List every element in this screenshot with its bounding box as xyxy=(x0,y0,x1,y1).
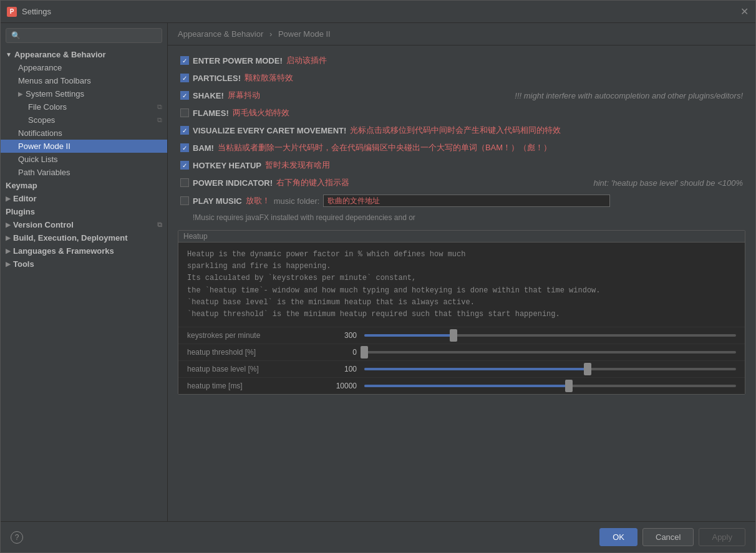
option-row-hotkey-heatup: HOTKEY HEATUP 暂时未发现有啥用 xyxy=(178,156,745,174)
slider-label-keystrokes: keystrokes per minute xyxy=(187,331,312,340)
checkbox-play-music[interactable] xyxy=(180,196,189,205)
slider-thumb-heatup-threshold[interactable] xyxy=(361,346,368,358)
heatup-line-5: `heatup threshold` is the minimum heatup… xyxy=(187,309,736,320)
close-button[interactable]: ✕ xyxy=(739,7,749,17)
checkbox-shake[interactable] xyxy=(180,91,189,100)
heatup-title: Heatup xyxy=(178,231,745,243)
option-row-power-indicator: POWER INDICATOR! 右下角的键入指示器 hint: 'heatup… xyxy=(178,174,745,191)
copy-icon: ⧉ xyxy=(157,103,162,111)
slider-thumb-heatup-base[interactable] xyxy=(584,363,591,375)
checkbox-power-indicator[interactable] xyxy=(180,178,189,187)
option-hint-shake: !!! might interfere with autocompletion … xyxy=(515,91,743,100)
option-row-enter-power-mode: ENTER POWER MODE! 启动该插件 xyxy=(178,52,745,69)
slider-fill-heatup-base xyxy=(364,368,588,370)
sidebar-item-label: Editor xyxy=(13,194,37,203)
slider-row-heatup-threshold: heatup threshold [%] 0 xyxy=(178,344,745,360)
sidebar-item-notifications[interactable]: Notifications xyxy=(1,127,167,140)
copy-icon2: ⧉ xyxy=(157,116,162,124)
heatup-line-1: sparkling and fire is happening. xyxy=(187,261,736,272)
slider-row-keystrokes: keystrokes per minute 300 xyxy=(178,327,745,344)
slider-label-heatup-base: heatup base level [%] xyxy=(187,365,312,373)
sidebar-item-label: Scopes xyxy=(28,115,55,125)
slider-fill-heatup-time xyxy=(364,385,569,387)
sidebar-item-label: Tools xyxy=(13,259,34,269)
slider-fill-keystrokes xyxy=(364,334,453,337)
breadcrumb: Appearance & Behavior › Power Mode II xyxy=(168,23,755,46)
music-folder-input[interactable] xyxy=(323,195,610,207)
sidebar-item-system-settings[interactable]: ▶ System Settings xyxy=(1,87,167,100)
option-row-flames: FLAMES! 两毛钱火焰特效 xyxy=(178,104,745,122)
option-desc-shake: 屏幕抖动 xyxy=(228,90,260,101)
option-desc-power-indicator: 右下角的键入指示器 xyxy=(276,177,349,188)
sidebar-item-label: Menus and Toolbars xyxy=(18,76,91,85)
option-desc-particles: 颗粒散落特效 xyxy=(245,72,293,84)
option-hint-power-indicator: hint: 'heatup base level' should be <100… xyxy=(593,178,743,188)
option-label-power-indicator: POWER INDICATOR! xyxy=(193,178,273,188)
expand-icon: ▼ xyxy=(6,51,12,58)
checkbox-hotkey-heatup[interactable] xyxy=(180,161,189,170)
slider-track-heatup-threshold[interactable] xyxy=(364,351,736,353)
slider-track-heatup-base[interactable] xyxy=(364,368,736,370)
cancel-button[interactable]: Cancel xyxy=(642,528,694,546)
sidebar-item-menus-toolbars[interactable]: Menus and Toolbars xyxy=(1,74,167,87)
checkbox-particles[interactable] xyxy=(180,74,189,82)
sidebar-item-tools[interactable]: ▶ Tools xyxy=(1,257,167,271)
help-button[interactable]: ? xyxy=(11,531,23,544)
slider-track-keystrokes[interactable] xyxy=(364,334,736,337)
checkbox-enter-power-mode[interactable] xyxy=(180,56,189,65)
option-desc-flames: 两毛钱火焰特效 xyxy=(233,107,289,118)
checkbox-flames[interactable] xyxy=(180,108,189,117)
expand-icon: ▶ xyxy=(6,234,11,241)
sidebar-item-version-control[interactable]: ▶ Version Control ⧉ xyxy=(1,218,167,231)
apply-button[interactable]: Apply xyxy=(699,528,745,546)
sidebar-item-label: Keymap xyxy=(6,181,37,190)
copy-icon3: ⧉ xyxy=(157,221,162,229)
footer: ? OK Cancel Apply xyxy=(1,521,755,552)
slider-thumb-keystrokes[interactable] xyxy=(450,329,457,342)
sidebar-item-label: Appearance xyxy=(18,63,62,72)
sidebar-item-label: File Colors xyxy=(28,102,67,112)
sidebar-item-power-mode-ii[interactable]: Power Mode II xyxy=(1,140,167,153)
help-icon: ? xyxy=(15,533,19,542)
option-label-flames: FLAMES! xyxy=(193,108,229,118)
sidebar-item-build-execution-deployment[interactable]: ▶ Build, Execution, Deployment xyxy=(1,231,167,244)
sidebar-item-label: Appearance & Behavior xyxy=(14,50,106,59)
breadcrumb-part1: Appearance & Behavior xyxy=(178,29,263,39)
settings-panel: ENTER POWER MODE! 启动该插件 PARTICLES! 颗粒散落特… xyxy=(168,46,755,521)
heatup-line-3: the `heatup time`- window and how much t… xyxy=(187,285,736,297)
sidebar-item-label: Version Control xyxy=(13,220,74,229)
search-input[interactable] xyxy=(23,31,157,40)
sidebar-item-plugins[interactable]: Plugins xyxy=(1,205,167,218)
content-area: Appearance & Behavior › Power Mode II EN… xyxy=(168,23,755,521)
sidebar-item-editor[interactable]: ▶ Editor xyxy=(1,192,167,205)
slider-track-heatup-time[interactable] xyxy=(364,385,736,387)
expand-icon: ▶ xyxy=(18,90,23,97)
sidebar-item-languages-frameworks[interactable]: ▶ Languages & Frameworks xyxy=(1,244,167,257)
window-title: Settings xyxy=(22,7,739,16)
expand-icon: ▶ xyxy=(6,195,11,202)
breadcrumb-separator: › xyxy=(269,29,272,39)
sidebar-item-path-variables[interactable]: Path Variables xyxy=(1,166,167,179)
expand-icon: ▶ xyxy=(6,248,11,254)
sidebar-item-quick-lists[interactable]: Quick Lists xyxy=(1,153,167,166)
search-box[interactable]: 🔍 xyxy=(6,28,162,43)
sidebar-item-label: Plugins xyxy=(6,207,35,216)
slider-thumb-heatup-time[interactable] xyxy=(565,380,573,392)
checkbox-bam[interactable] xyxy=(180,143,189,152)
heatup-section: Heatup Heatup is the dynamic power facto… xyxy=(178,230,745,395)
sidebar-item-file-colors[interactable]: File Colors ⧉ xyxy=(1,100,167,113)
option-row-play-music: PLAY MUSIC 放歌！ music folder: xyxy=(178,191,745,210)
music-folder-label: music folder: xyxy=(274,196,320,206)
option-desc-hotkey-heatup: 暂时未发现有啥用 xyxy=(265,160,330,171)
slider-row-heatup-base: heatup base level [%] 100 xyxy=(178,360,745,377)
breadcrumb-part2: Power Mode II xyxy=(278,29,331,39)
sidebar-item-appearance-behavior[interactable]: ▼ Appearance & Behavior xyxy=(1,48,167,61)
checkbox-visualize-caret[interactable] xyxy=(180,126,189,135)
sidebar-item-appearance[interactable]: Appearance xyxy=(1,61,167,74)
ok-button[interactable]: OK xyxy=(599,528,637,546)
sidebar-item-scopes[interactable]: Scopes ⧉ xyxy=(1,113,167,127)
option-label-visualize-caret: VISUALIZE EVERY CARET MOVEMENT! xyxy=(193,126,346,135)
option-row-visualize-caret: VISUALIZE EVERY CARET MOVEMENT! 光标点击或移位到… xyxy=(178,122,745,139)
sidebar-item-label: Languages & Frameworks xyxy=(13,246,114,256)
sidebar-item-keymap[interactable]: Keymap xyxy=(1,179,167,192)
